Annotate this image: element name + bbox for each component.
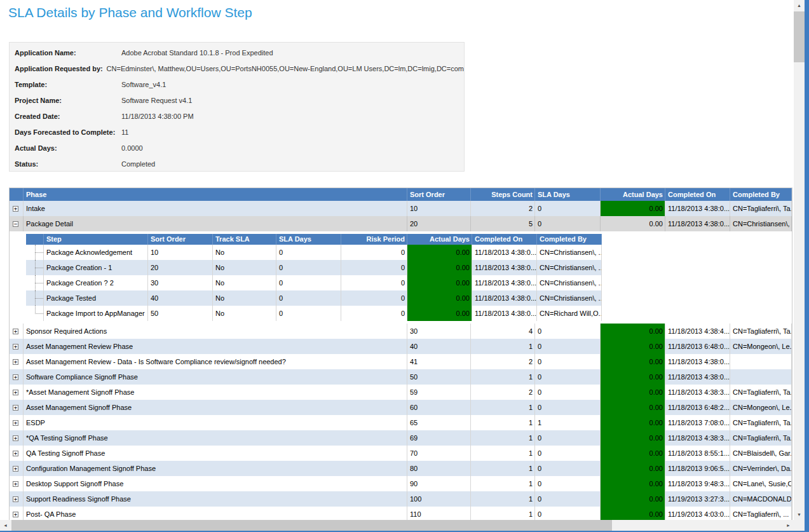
expand-icon[interactable]: + xyxy=(13,435,18,441)
completed-on-cell: 11/19/2013 3:27:3... xyxy=(665,491,730,507)
toggle-cell: + xyxy=(10,324,24,339)
expand-icon[interactable]: + xyxy=(13,466,18,472)
steps-count-cell: 1 xyxy=(471,400,535,415)
info-row: Project Name:Software Request v4.1 xyxy=(15,95,464,111)
step-table-header: StepSort OrderTrack SLASLA DaysRisk Peri… xyxy=(26,234,602,245)
tree-line-icon xyxy=(29,260,43,275)
horizontal-scroll-thumb[interactable] xyxy=(11,520,612,531)
expand-icon[interactable]: + xyxy=(13,206,18,212)
phase-cell: Desktop Support Signoff Phase xyxy=(24,476,407,491)
collapse-icon[interactable]: − xyxy=(13,221,18,227)
phase-row: +Support Readiness Signoff Phase100100.0… xyxy=(10,491,792,507)
page-title: SLA Details by Phase and Workflow Step xyxy=(8,5,252,20)
info-label: Status: xyxy=(15,159,121,168)
phase-row: +*Asset Management Signoff Phase59200.00… xyxy=(10,385,792,400)
toggle-cell: + xyxy=(10,491,24,507)
vertical-scrollbar[interactable]: ▲ ▼ xyxy=(794,0,805,520)
track-sla-cell: No xyxy=(213,245,276,260)
sort-order-cell: 59 xyxy=(407,385,471,400)
phase-cell: Asset Management Signoff Phase xyxy=(24,400,407,415)
tree-line-icon xyxy=(29,290,43,306)
sla-days-cell: 0 xyxy=(535,216,601,231)
column-header-phase: Phase xyxy=(24,188,407,201)
phase-cell: Sponsor Required Actions xyxy=(24,324,407,339)
completed-on-cell: 11/18/2013 4:38:3... xyxy=(665,430,730,446)
completed-by-cell xyxy=(730,369,792,385)
sort-order-cell: 41 xyxy=(407,354,471,369)
sla-days-cell: 0 xyxy=(535,446,601,461)
expand-icon[interactable]: + xyxy=(13,481,18,487)
sla-days-cell: 0 xyxy=(535,461,601,476)
actual-days-cell: 0.00 xyxy=(601,201,665,216)
expand-icon[interactable]: + xyxy=(13,451,18,456)
info-label: Created Date: xyxy=(15,111,121,120)
step-row: Package Import to AppManager50No000.0011… xyxy=(26,306,602,321)
toggle-cell: + xyxy=(10,201,24,216)
step-column-header-sla-days: SLA Days xyxy=(276,234,341,245)
steps-count-cell: 1 xyxy=(471,430,535,446)
expand-icon[interactable]: + xyxy=(13,374,18,380)
scroll-up-button[interactable]: ▲ xyxy=(794,0,805,11)
completed-by-cell: CN=Tagliaferri\, Ta... xyxy=(730,430,792,446)
expand-icon[interactable]: + xyxy=(13,344,18,350)
sort-order-cell: 80 xyxy=(407,461,471,476)
step-column-header-actual-days: Actual Days xyxy=(407,234,472,245)
info-value: 11 xyxy=(121,127,128,136)
steps-count-cell: 1 xyxy=(471,491,535,507)
report-content: SLA Details by Phase and Workflow Step A… xyxy=(0,0,794,520)
tree-cell xyxy=(26,290,44,306)
scroll-down-button[interactable]: ▼ xyxy=(794,509,805,520)
completed-by-cell: CN=Mongeon\, Le... xyxy=(730,400,792,415)
info-label: Template: xyxy=(15,79,121,88)
expand-icon[interactable]: + xyxy=(13,359,18,365)
actual-days-cell: 0.00 xyxy=(601,354,665,369)
step-cell: Package Creation ? 2 xyxy=(44,275,148,290)
tree-cell xyxy=(26,306,44,321)
expand-icon[interactable]: + xyxy=(13,420,18,426)
actual-days-cell: 0.00 xyxy=(601,339,665,354)
expand-icon[interactable]: + xyxy=(13,390,18,395)
info-value: Completed xyxy=(121,159,155,168)
info-value: Software_v4.1 xyxy=(121,79,166,88)
sort-order-cell: 50 xyxy=(407,369,471,385)
completed-on-cell: 11/18/2013 8:55:1... xyxy=(665,446,730,461)
toggle-cell: + xyxy=(10,385,24,400)
completed-on-cell: 11/19/2013 4:03:0... xyxy=(665,507,730,520)
expand-icon[interactable]: + xyxy=(13,405,18,411)
info-value: 11/18/2013 4:38:00 PM xyxy=(121,111,194,120)
completed-by-cell: CN=MACDONALD... xyxy=(730,491,792,507)
steps-count-cell: 1 xyxy=(471,476,535,491)
completed-by-cell: CN=Blaisdell\, Gar... xyxy=(730,446,792,461)
phase-cell: Support Readiness Signoff Phase xyxy=(24,491,407,507)
actual-days-cell: 0.00 xyxy=(407,306,472,321)
header-toggle-spacer xyxy=(10,188,24,201)
scroll-right-button[interactable]: ► xyxy=(783,520,794,531)
sort-order-cell: 40 xyxy=(407,339,471,354)
track-sla-cell: No xyxy=(213,306,276,321)
phase-cell: Software Compliance Signoff Phase xyxy=(24,369,407,385)
column-header-sla-days: SLA Days xyxy=(535,188,601,201)
expand-icon[interactable]: + xyxy=(13,496,18,502)
actual-days-cell: 0.00 xyxy=(601,385,665,400)
step-column-header-track-sla: Track SLA xyxy=(213,234,276,245)
completed-on-cell: 11/18/2013 9:06:5... xyxy=(665,461,730,476)
sla-days-cell: 0 xyxy=(276,306,341,321)
column-header-completed-by: Completed By xyxy=(730,188,792,201)
completed-by-cell: CN=Mongeon\, Le... xyxy=(730,339,792,354)
completed-on-cell: 11/18/2013 4:38:0... xyxy=(472,306,537,321)
phase-table: PhaseSort OrderSteps CountSLA DaysActual… xyxy=(9,188,792,520)
expand-icon[interactable]: + xyxy=(13,329,18,334)
info-value: Adobe Acrobat Standard 10.1.8 - Prod Exp… xyxy=(121,48,273,57)
vertical-scroll-thumb[interactable] xyxy=(794,11,805,62)
info-row: Application Name:Adobe Acrobat Standard … xyxy=(15,48,464,64)
scroll-left-button[interactable]: ◄ xyxy=(0,520,11,531)
sla-days-cell: 0 xyxy=(535,491,601,507)
actual-days-cell: 0.00 xyxy=(601,216,665,231)
toggle-cell: + xyxy=(10,369,24,385)
step-table: StepSort OrderTrack SLASLA DaysRisk Peri… xyxy=(26,234,602,321)
horizontal-scrollbar[interactable]: ◄ ► xyxy=(0,520,794,531)
completed-by-cell: CN=Verrinder\, Da... xyxy=(730,461,792,476)
actual-days-cell: 0.00 xyxy=(601,491,665,507)
phase-cell: QA Testing Signoff Phase xyxy=(24,446,407,461)
expand-icon[interactable]: + xyxy=(13,512,18,517)
